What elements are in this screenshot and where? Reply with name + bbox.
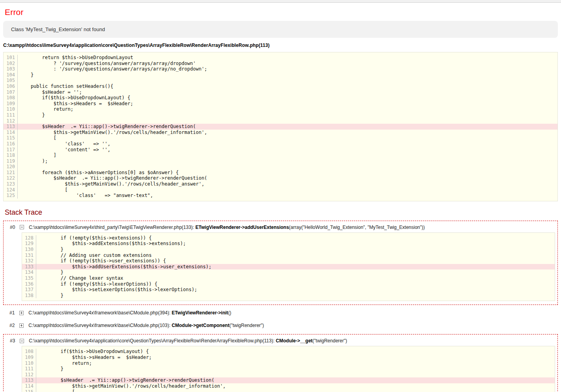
code-text: ? '/survey/questions/answer/arrays/array… [18,61,196,67]
code-text: return; [36,360,92,366]
plus-toggle-icon[interactable] [19,323,24,328]
line-number: 115 [22,389,36,392]
code-text: $sHeader .= Yii::app()->twigRenderer->re… [18,124,196,130]
minus-toggle-icon[interactable] [20,339,24,343]
highlighted-code-line: 113 $sHeader .= Yii::app()->twigRenderer… [22,377,555,383]
line-number: 106 [4,84,18,89]
line-number: 108 [22,349,36,355]
code-text: } [36,269,63,275]
line-number: 121 [4,170,18,176]
code-text: if($this->bUseDropdownLayout) { [18,95,130,101]
line-number: 124 [4,187,18,193]
minus-toggle-icon[interactable] [20,225,24,229]
trace-method: CModule->getComponent [172,323,229,328]
code-line: 108 if($this->bUseDropdownLayout) { [4,95,557,101]
line-number: 122 [4,175,18,181]
code-line: 130 } [22,247,555,253]
error-page: Error Class 'MyTest_Twig_Extension' not … [0,7,561,392]
code-line: 115 [ [4,135,557,141]
trace-call-text: C:\xampp\htdocs\limeSurvey4x\framework\b… [28,310,231,316]
code-line: 120 [4,164,557,170]
code-text: $sHeader = ''; [18,89,82,95]
line-number: 112 [22,372,36,378]
line-number: 134 [22,269,36,275]
line-number: 116 [4,141,18,147]
trace-args: ("twigRenderer") [229,323,264,328]
line-number: 103 [4,66,18,72]
line-number: 131 [22,253,36,258]
code-line: 114 $this->getMainView().'/rows/cells/he… [22,383,555,389]
code-text: $this->getMainView().'/rows/cells/header… [36,383,226,389]
trace-index: #3 [10,338,15,344]
plus-toggle-icon[interactable] [19,311,24,315]
code-line: 111 } [4,112,557,118]
code-text: $this->sHeaders = $sHeader; [36,355,152,360]
trace-index: #0 [10,225,15,230]
code-line: 101 return $this->bUseDropdownLayout [4,55,557,61]
code-line: 106 public function setHeaders(){ [4,84,557,89]
trace-call-text: C:\xampp\htdocs\limeSurvey4x\framework\b… [28,323,264,328]
error-message-box: Class 'MyTest_Twig_Extension' not found [3,21,558,38]
line-number: 137 [22,287,36,293]
line-number: 117 [4,147,18,153]
code-line: 132 if (!empty($this->user_extensions)) … [22,258,555,264]
line-number: 132 [22,258,36,264]
code-line: 123 $this->getMainView().'/rows/cells/he… [4,181,557,187]
code-text: 'class' => '', [18,141,110,147]
line-number: 109 [4,101,18,107]
code-line: 105 [4,78,557,84]
code-text: [ [18,135,56,141]
trace-file: C:\xampp\htdocs\limeSurvey4x\framework\b… [28,310,172,316]
code-text: if (!empty($this->user_extensions)) { [36,258,166,264]
source-code-block: 101 return $this->bUseDropdownLayout102 … [3,52,558,201]
code-line: 136 if (!empty($this->lexerOptions)) { [22,281,555,287]
trace-entry-header: #1C:\xampp\htdocs\limeSurvey4x\framework… [6,310,555,316]
code-line: 138 } [22,293,555,299]
trace-entry: #0C:\xampp\htdocs\limeSurvey4x\third_par… [3,221,558,305]
code-text: $this->sHeaders = $sHeader; [18,101,133,107]
line-number: 135 [22,275,36,281]
code-line: 112 [22,372,555,378]
source-file-path: C:\xampp\htdocs\limeSurvey4x\application… [3,43,558,48]
line-number: 112 [4,118,18,124]
code-text: // Change lexer syntax [36,275,123,281]
code-text: foreach ($this->aAnswerOptions[0] as $oA… [18,170,179,176]
code-line: 125 'class' => "answer-text", [4,193,557,199]
trace-entry-header: #0C:\xampp\htdocs\limeSurvey4x\third_par… [6,225,555,230]
code-line: 134 } [22,269,555,275]
code-text: [ [18,187,68,193]
code-line: 102 ? '/survey/questions/answer/arrays/a… [4,61,557,67]
code-line: 114 $this->getMainView().'/rows/cells/he… [4,130,557,136]
line-number: 125 [4,193,18,199]
code-text: $this->setLexerOptions($this->lexerOptio… [36,287,197,293]
code-line: 111 } [22,366,555,372]
trace-index: #2 [9,323,15,328]
code-text: return $this->bUseDropdownLayout [18,55,133,61]
code-line: 131 // Adding user custom extensions [22,253,555,258]
line-number: 128 [22,235,36,241]
trace-entry: #2C:\xampp\htdocs\limeSurvey4x\framework… [3,321,558,329]
code-line: 110 return; [4,106,557,112]
line-number: 110 [22,360,36,366]
line-number: 113 [4,124,18,130]
code-text [18,164,22,170]
page-title: Error [5,7,558,17]
code-text: 'content' => '', [18,147,110,153]
trace-call-text: C:\xampp\htdocs\limeSurvey4x\application… [29,338,347,344]
line-number: 107 [4,89,18,95]
code-text: } [36,293,63,299]
trace-index: #1 [9,310,15,316]
line-number: 111 [4,112,18,118]
code-text: return; [18,106,73,112]
line-number: 138 [22,293,36,299]
trace-entry: #1C:\xampp\htdocs\limeSurvey4x\framework… [3,309,558,317]
highlighted-code-line: 133 $this->addUserExtensions($this->user… [22,264,555,270]
code-line: 112 [4,118,557,124]
code-line: 124 [ [4,187,557,193]
line-number: 110 [4,106,18,112]
code-line: 107 $sHeader = ''; [4,89,557,95]
highlighted-code-line: 113 $sHeader .= Yii::app()->twigRenderer… [4,124,557,130]
code-text: $sHeader .= Yii::app()->twigRenderer->re… [36,377,214,383]
line-number: 109 [22,355,36,360]
line-number: 114 [4,130,18,136]
